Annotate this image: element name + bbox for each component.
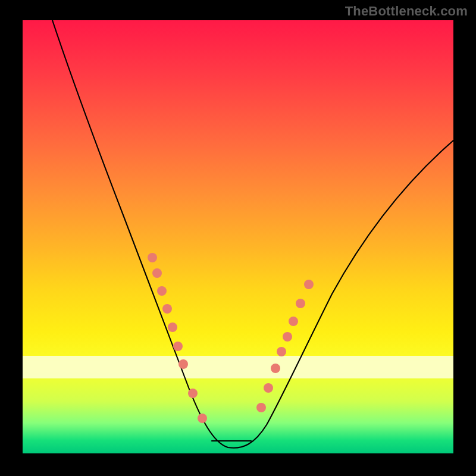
- svg-point-9: [256, 403, 266, 412]
- svg-point-0: [148, 253, 157, 262]
- svg-point-15: [296, 299, 305, 308]
- bottleneck-curve: [52, 20, 453, 448]
- right-dot-cluster: [256, 280, 314, 412]
- svg-point-1: [152, 268, 162, 278]
- svg-point-6: [178, 359, 188, 369]
- curve-layer: [23, 20, 453, 453]
- svg-point-13: [283, 332, 292, 342]
- plot-area: [23, 20, 453, 453]
- watermark-text: TheBottleneck.com: [345, 4, 468, 19]
- left-dot-cluster: [148, 253, 207, 423]
- svg-point-8: [198, 414, 207, 423]
- svg-point-14: [289, 317, 298, 326]
- svg-point-11: [271, 364, 280, 373]
- svg-point-7: [188, 389, 198, 398]
- svg-point-10: [264, 383, 273, 393]
- svg-point-16: [304, 280, 314, 289]
- chart-frame: TheBottleneck.com: [0, 0, 476, 476]
- svg-point-5: [173, 342, 183, 351]
- svg-point-4: [168, 322, 177, 332]
- svg-point-3: [162, 304, 172, 314]
- svg-point-2: [157, 286, 167, 296]
- svg-point-12: [277, 347, 286, 356]
